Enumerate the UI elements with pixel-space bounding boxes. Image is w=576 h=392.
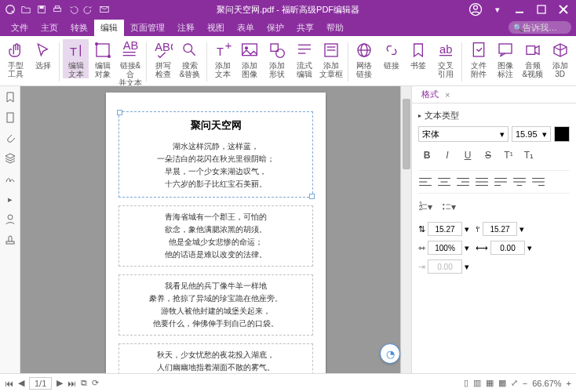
align-justify-last-center-icon[interactable] — [512, 176, 527, 188]
next-page-icon[interactable]: ▶ — [57, 378, 63, 388]
selected-text-block[interactable]: 聚问天空网 湖水这样沉静，这样蓝， 一朵洁白的花闪在秋光里很阴暗； 早晨，一个少… — [118, 111, 313, 198]
align-center-icon[interactable] — [437, 176, 451, 188]
underline-button[interactable]: U — [461, 148, 475, 162]
undo-icon[interactable] — [67, 4, 78, 15]
ribbon-web[interactable]: 网络链接 — [352, 39, 377, 78]
ribbon-att[interactable]: 文件附件 — [465, 39, 491, 78]
menu-edit[interactable]: 编辑 — [94, 20, 124, 36]
tell-me-search[interactable]: 🔍 告诉我… — [509, 21, 571, 34]
page-indicator[interactable]: 1/1 — [29, 377, 52, 390]
close-icon[interactable] — [554, 2, 573, 17]
ribbon-lnk[interactable]: 链接 — [378, 39, 404, 70]
ribbon-hand[interactable]: 手型工具 — [3, 39, 29, 78]
zoom-in-icon[interactable]: + — [567, 379, 571, 388]
prev-page-icon[interactable]: ◀ — [18, 378, 24, 388]
ribbon-bm[interactable]: 书签 — [406, 39, 432, 70]
print-icon[interactable] — [52, 4, 63, 15]
menu-help[interactable]: 帮助 — [320, 20, 350, 36]
rotate-icon[interactable]: ⟳ — [92, 378, 99, 388]
first-page-icon[interactable]: ⏮ — [5, 379, 13, 388]
italic-button[interactable]: I — [440, 148, 454, 162]
stamp-icon[interactable] — [4, 234, 16, 246]
ribbon-search[interactable]: 搜索&替换 — [177, 39, 203, 78]
text-block[interactable]: 青海省城有一个郡王，可怕的 欲念，象他满腮浓黑的胡须。 他是全城少女悲惨的命运；… — [118, 205, 313, 267]
minimize-icon[interactable] — [510, 2, 529, 17]
align-justify-icon[interactable] — [475, 176, 489, 188]
ribbon-art[interactable]: 添加文章框 — [319, 39, 345, 78]
ribbon-ann[interactable]: 图像标注 — [493, 39, 519, 78]
ribbon-select[interactable]: 选择 — [31, 39, 57, 70]
font-color-swatch[interactable] — [554, 126, 570, 142]
maximize-icon[interactable] — [532, 2, 551, 17]
format-tab[interactable]: 格式 — [418, 87, 442, 102]
text-block[interactable]: 秋天，少女忧愁的夜花投入湖底， 人们幽幽地指着湖面不散的雾气。 — [118, 343, 313, 373]
redo-icon[interactable] — [83, 4, 94, 15]
panel-close-icon[interactable]: × — [445, 90, 450, 100]
para-spacing-input[interactable] — [483, 222, 517, 236]
ribbon-shape[interactable]: 添加形状 — [264, 39, 290, 78]
mail-icon[interactable] — [99, 4, 110, 15]
bullet-list-icon[interactable]: ▾ — [442, 200, 456, 214]
bold-button[interactable]: B — [420, 148, 434, 162]
menu-share[interactable]: 共享 — [290, 20, 320, 36]
zoom-out-icon[interactable]: − — [523, 379, 527, 388]
align-justify-last-left-icon[interactable] — [494, 176, 508, 188]
width-scale-input[interactable] — [428, 241, 462, 255]
align-left-icon[interactable] — [418, 176, 432, 188]
pages-icon[interactable] — [4, 111, 16, 124]
font-size-select[interactable]: 15.95▾ — [512, 126, 551, 142]
person-icon[interactable] — [4, 213, 16, 226]
attachment-icon[interactable] — [4, 132, 16, 144]
align-right-icon[interactable] — [456, 176, 470, 188]
menu-view[interactable]: 视图 — [201, 20, 231, 36]
assistant-float-icon[interactable]: ◔ — [380, 343, 400, 364]
align-justify-last-right-icon[interactable] — [531, 176, 545, 188]
char-spacing-input[interactable] — [490, 241, 525, 255]
menu-convert[interactable]: 转换 — [64, 20, 94, 36]
ribbon-3d[interactable]: 添加3D — [547, 39, 573, 78]
vertical-scrollbar[interactable] — [400, 86, 411, 373]
view-cont-facing-icon[interactable]: ▩ — [498, 378, 506, 388]
svg-point-24 — [245, 46, 248, 49]
view-single-icon[interactable]: ▯ — [464, 378, 468, 388]
menu-form[interactable]: 表单 — [231, 20, 261, 36]
numbered-list-icon[interactable]: 12▾ — [418, 200, 432, 214]
ribbon-addt[interactable]: T+添加文本 — [210, 39, 235, 78]
save-icon[interactable] — [36, 4, 47, 15]
ribbon-av[interactable]: 音频&视频 — [520, 39, 546, 78]
ribbon-text[interactable]: T编辑文本 — [63, 39, 89, 78]
menu-protect[interactable]: 保护 — [261, 20, 290, 36]
menu-home[interactable]: 主页 — [35, 20, 64, 36]
fit-width-icon[interactable]: ⤢ — [511, 378, 518, 388]
view-facing-icon[interactable]: ▦ — [486, 378, 494, 388]
menu-file[interactable]: 文件 — [5, 20, 35, 36]
ribbon-abc[interactable]: ABC拼写检查 — [150, 39, 176, 78]
zoom-level[interactable]: 66.67% — [532, 379, 561, 388]
expand-icon[interactable]: ▸ — [4, 193, 16, 205]
ribbon-flow[interactable]: 流式编辑 — [291, 39, 317, 78]
last-page-icon[interactable]: ⏭ — [67, 379, 76, 388]
strike-button[interactable]: S — [481, 148, 495, 162]
ribbon-link[interactable]: AB链接&合并文本 — [118, 39, 144, 86]
ribbon-ref[interactable]: ab交叉引用 — [433, 39, 459, 78]
font-family-select[interactable]: 宋体▾ — [418, 126, 509, 142]
chevron-down-icon[interactable]: ▾ — [488, 2, 507, 17]
text-type-header[interactable]: 文本类型 — [418, 110, 570, 122]
text-block[interactable]: 我看见他的兵丁像牛羊一样地 豢养，抢掠了异域的珍宝跪在他座旁。 游牧人被他封建的… — [118, 274, 313, 336]
subscript-button[interactable]: T₁ — [522, 148, 536, 162]
document-area[interactable]: 聚问天空网 湖水这样沉静，这样蓝， 一朵洁白的花闪在秋光里很阴暗； 早晨，一个少… — [20, 86, 411, 373]
menu-pages[interactable]: 页面管理 — [124, 20, 171, 36]
layers-icon[interactable] — [4, 152, 16, 165]
user-icon[interactable] — [466, 2, 485, 17]
menu-comment[interactable]: 注释 — [171, 20, 201, 36]
signature-icon[interactable] — [4, 172, 16, 185]
ribbon-obj[interactable]: 编辑对象 — [90, 39, 116, 78]
open-icon[interactable] — [20, 4, 31, 15]
indent-input[interactable] — [428, 260, 462, 274]
superscript-button[interactable]: T¹ — [501, 148, 516, 162]
line-height-input[interactable] — [428, 222, 462, 236]
copy-page-icon[interactable]: ⧉ — [81, 378, 87, 388]
view-continuous-icon[interactable]: ▥ — [473, 378, 481, 388]
bookmark-icon[interactable] — [4, 91, 16, 103]
ribbon-img[interactable]: 添加图像 — [237, 39, 263, 78]
